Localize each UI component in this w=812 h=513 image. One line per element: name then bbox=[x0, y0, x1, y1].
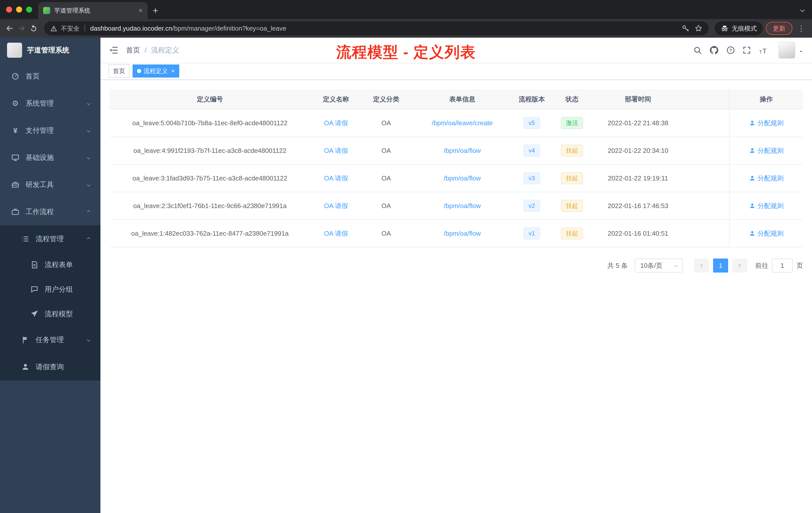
table-row: oa_leave:2:3c1f0ef1-76b1-11ec-9c66-a2380… bbox=[110, 192, 803, 220]
app-logo bbox=[7, 43, 22, 58]
status-badge: 激活 bbox=[561, 117, 583, 129]
yen-icon: ¥ bbox=[11, 126, 20, 135]
person-icon bbox=[21, 363, 30, 371]
definition-name-link[interactable]: OA 请假 bbox=[324, 146, 348, 155]
tab-title: 芋道管理系统 bbox=[54, 6, 135, 14]
svg-text:?: ? bbox=[729, 48, 732, 53]
breadcrumb: 首页 / 流程定义 bbox=[126, 46, 179, 55]
breadcrumb-current: 流程定义 bbox=[151, 46, 179, 55]
sidebar-item-payment-management[interactable]: ¥支付管理 bbox=[0, 117, 100, 144]
fullscreen-icon[interactable] bbox=[742, 46, 751, 55]
sidebar-item-label: 工作流程 bbox=[26, 207, 54, 217]
user-menu[interactable] bbox=[778, 42, 804, 59]
tab-favicon bbox=[43, 7, 50, 14]
definition-id: oa_leave:2:3c1f0ef1-76b1-11ec-9c66-a2380… bbox=[110, 192, 310, 219]
sidebar-item-user-group[interactable]: 用户分组 bbox=[0, 277, 100, 302]
reload-button[interactable] bbox=[29, 24, 38, 33]
sidebar-item-process-form[interactable]: 流程表单 bbox=[0, 252, 100, 277]
goto-page-input[interactable] bbox=[772, 259, 793, 273]
person-icon bbox=[749, 203, 755, 209]
password-key-icon[interactable] bbox=[682, 24, 690, 32]
assign-rule-link[interactable]: 分配规则 bbox=[749, 174, 784, 183]
sidebar-fold-icon[interactable] bbox=[109, 45, 118, 55]
tag-home[interactable]: 首页 bbox=[109, 64, 129, 78]
paper-plane-icon bbox=[30, 310, 39, 318]
update-button[interactable]: 更新 bbox=[766, 22, 792, 35]
definition-name-link[interactable]: OA 请假 bbox=[324, 119, 348, 127]
minimize-window-button[interactable] bbox=[16, 6, 22, 12]
assign-rule-link[interactable]: 分配规则 bbox=[749, 119, 784, 127]
new-tab-button[interactable]: + bbox=[153, 5, 158, 16]
help-icon[interactable]: ? bbox=[726, 46, 735, 55]
sidebar-item-infrastructure[interactable]: 基础设施 bbox=[0, 144, 100, 171]
form-info-link[interactable]: /bpm/oa/flow bbox=[444, 147, 481, 155]
table-header-row: 定义编号定义名称定义分类表单信息流程版本状态部署时间操作 bbox=[110, 89, 803, 110]
tab-close-icon[interactable]: × bbox=[139, 6, 143, 14]
sidebar-item-label: 研发工具 bbox=[26, 180, 54, 189]
person-icon bbox=[749, 147, 755, 154]
page-content: 定义编号定义名称定义分类表单信息流程版本状态部署时间操作 oa_leave:5:… bbox=[100, 80, 812, 513]
page-number-button[interactable]: 1 bbox=[713, 259, 728, 273]
column-header: 定义编号 bbox=[110, 89, 310, 109]
sidebar-item-system-management[interactable]: ⚙系统管理 bbox=[0, 90, 100, 117]
gear-icon: ⚙ bbox=[11, 99, 20, 108]
svg-text:T: T bbox=[759, 49, 762, 55]
assign-rule-link[interactable]: 分配规则 bbox=[749, 202, 784, 210]
status-badge: 挂起 bbox=[561, 145, 583, 157]
definition-name-link[interactable]: OA 请假 bbox=[324, 202, 348, 210]
prev-page-button[interactable] bbox=[694, 259, 709, 273]
back-button[interactable] bbox=[5, 24, 14, 33]
sidebar-item-process-model[interactable]: 流程模型 bbox=[0, 302, 100, 326]
form-info-link[interactable]: /bpm/oa/flow bbox=[444, 175, 481, 182]
definition-name-link[interactable]: OA 请假 bbox=[324, 174, 348, 183]
tab-search-chevron-icon[interactable] bbox=[799, 7, 806, 14]
sidebar-item-label: 系统管理 bbox=[26, 99, 54, 108]
browser-tabstrip: 芋道管理系统 × + bbox=[0, 0, 812, 19]
browser-menu-kebab-icon[interactable]: ⋮ bbox=[795, 24, 807, 33]
form-info-link[interactable]: /bpm/oa/flow bbox=[444, 230, 481, 237]
sidebar-item-label: 请假查询 bbox=[36, 362, 64, 372]
definition-category: OA bbox=[361, 220, 411, 247]
table-row: oa_leave:3:1fad3d93-7b75-11ec-a3c8-acde4… bbox=[110, 164, 803, 192]
total-count: 共 5 条 bbox=[607, 261, 628, 270]
url-bar[interactable]: 不安全 dashboard.yudao.iocoder.cn/bpm/manag… bbox=[44, 21, 708, 35]
deploy-time: 2022-01-22 20:34:10 bbox=[594, 137, 682, 164]
sidebar-item-leave-query[interactable]: 请假查询 bbox=[0, 353, 100, 381]
font-size-icon[interactable]: TT bbox=[758, 46, 769, 55]
sidebar-item-label: 流程管理 bbox=[36, 234, 64, 244]
status-badge: 挂起 bbox=[561, 172, 583, 184]
page-size-select[interactable]: 10条/页 bbox=[635, 259, 683, 273]
form-info-link[interactable]: /bpm/oa/flow bbox=[444, 202, 481, 210]
search-icon[interactable] bbox=[693, 46, 702, 55]
browser-tab[interactable]: 芋道管理系统 × bbox=[38, 2, 148, 19]
github-icon[interactable] bbox=[709, 45, 719, 55]
close-window-button[interactable] bbox=[6, 6, 12, 12]
monitor-icon bbox=[11, 153, 20, 162]
definition-id: oa_leave:3:1fad3d93-7b75-11ec-a3c8-acde4… bbox=[110, 164, 310, 192]
tag-process-definition[interactable]: 流程定义 × bbox=[133, 64, 179, 78]
assign-rule-link[interactable]: 分配规则 bbox=[749, 146, 784, 155]
tag-close-icon[interactable]: × bbox=[171, 68, 175, 74]
maximize-window-button[interactable] bbox=[26, 6, 32, 12]
form-info-link[interactable]: /bpm/oa/leave/create bbox=[432, 119, 493, 127]
sidebar-item-task-management[interactable]: 任务管理 bbox=[0, 326, 100, 353]
definition-name-link[interactable]: OA 请假 bbox=[324, 229, 348, 238]
bookmark-star-icon[interactable] bbox=[695, 24, 702, 32]
pagination: 共 5 条 10条/页 1 前往 bbox=[110, 259, 803, 273]
breadcrumb-home[interactable]: 首页 bbox=[126, 46, 140, 55]
chevron-down-icon bbox=[86, 337, 91, 342]
incognito-icon bbox=[721, 24, 729, 32]
next-page-button[interactable] bbox=[732, 259, 747, 273]
definition-id: oa_leave:1:482ec033-762a-11ec-8477-a2380… bbox=[110, 220, 310, 247]
sidebar-item-dev-tools[interactable]: 研发工具 bbox=[0, 171, 100, 198]
forward-button[interactable] bbox=[17, 24, 26, 33]
assign-rule-link[interactable]: 分配规则 bbox=[749, 229, 784, 238]
list-icon bbox=[21, 235, 30, 243]
chevron-up-icon bbox=[86, 236, 91, 242]
sidebar-item-process-management[interactable]: 流程管理 bbox=[0, 225, 100, 252]
avatar[interactable] bbox=[778, 42, 795, 59]
definition-category: OA bbox=[361, 137, 411, 164]
status-badge: 挂起 bbox=[561, 200, 583, 212]
sidebar-item-workflow[interactable]: 工作流程 bbox=[0, 198, 100, 225]
sidebar-item-home[interactable]: 首页 bbox=[0, 63, 100, 90]
